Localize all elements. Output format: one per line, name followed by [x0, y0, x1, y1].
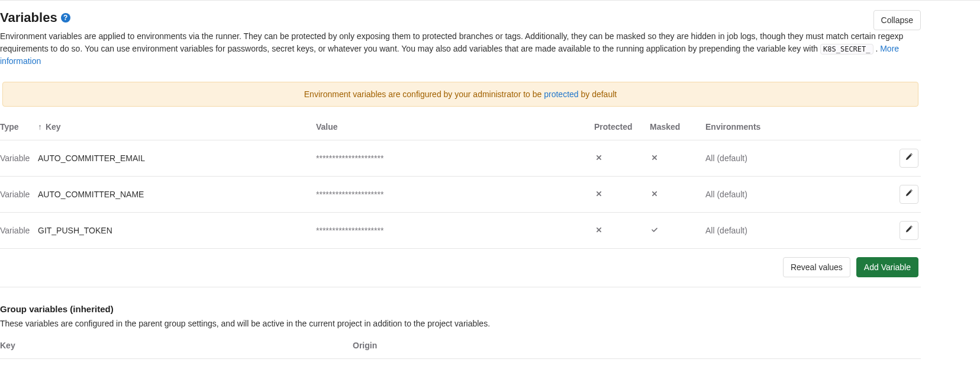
th-environments: Environments [705, 114, 897, 140]
protected-link[interactable]: protected [544, 89, 578, 99]
cell-protected [594, 177, 650, 213]
edit-variable-button[interactable] [900, 221, 918, 240]
close-icon [594, 153, 604, 162]
cell-environments: All (default) [705, 213, 897, 249]
check-icon [650, 225, 659, 235]
close-icon [650, 153, 659, 162]
collapse-button[interactable]: Collapse [873, 10, 921, 30]
section-title: Variables ? [0, 10, 70, 25]
table-row: VariableAUTO_COMMITTER_EMAIL************… [0, 140, 921, 177]
close-icon [594, 189, 604, 198]
th-type: Type [0, 114, 38, 140]
cell-key: AUTO_COMMITTER_NAME [38, 177, 316, 213]
cell-value: ********************* [316, 140, 594, 177]
th-group-origin: Origin [353, 330, 921, 359]
add-variable-button[interactable]: Add Variable [856, 257, 918, 277]
sort-asc-icon: ↑ [38, 122, 42, 132]
group-variables-title: Group variables (inherited) [0, 304, 921, 314]
cell-protected [594, 140, 650, 177]
edit-variable-button[interactable] [900, 149, 918, 168]
title-text: Variables [0, 10, 57, 25]
cell-environments: All (default) [705, 177, 897, 213]
th-masked: Masked [650, 114, 705, 140]
group-variables-table: Key Origin [0, 330, 921, 359]
group-variables-description: These variables are configured in the pa… [0, 318, 921, 330]
table-row: VariableGIT_PUSH_TOKEN******************… [0, 213, 921, 249]
table-row: VariableAUTO_COMMITTER_NAME*************… [0, 177, 921, 213]
cell-masked [650, 213, 705, 249]
edit-variable-button[interactable] [900, 185, 918, 204]
cell-environments: All (default) [705, 140, 897, 177]
pencil-icon [905, 152, 913, 164]
cell-masked [650, 177, 705, 213]
section-description: Environment variables are applied to env… [0, 30, 923, 68]
cell-protected [594, 213, 650, 249]
pencil-icon [905, 225, 913, 236]
reveal-values-button[interactable]: Reveal values [783, 257, 850, 277]
th-protected: Protected [594, 114, 650, 140]
cell-type: Variable [0, 177, 38, 213]
code-inline: K8S_SECRET_ [820, 44, 873, 55]
pencil-icon [905, 188, 913, 200]
protected-default-alert: Environment variables are configured by … [2, 82, 918, 107]
th-value: Value [316, 114, 594, 140]
cell-value: ********************* [316, 213, 594, 249]
help-icon[interactable]: ? [61, 13, 70, 23]
cell-key: GIT_PUSH_TOKEN [38, 213, 316, 249]
cell-type: Variable [0, 140, 38, 177]
th-key[interactable]: ↑ Key [38, 114, 316, 140]
cell-key: AUTO_COMMITTER_EMAIL [38, 140, 316, 177]
close-icon [650, 189, 659, 198]
close-icon [594, 225, 604, 235]
variables-table: Type ↑ Key Value Protected Masked Enviro… [0, 114, 921, 249]
th-group-key: Key [0, 330, 353, 359]
cell-masked [650, 140, 705, 177]
cell-type: Variable [0, 213, 38, 249]
cell-value: ********************* [316, 177, 594, 213]
